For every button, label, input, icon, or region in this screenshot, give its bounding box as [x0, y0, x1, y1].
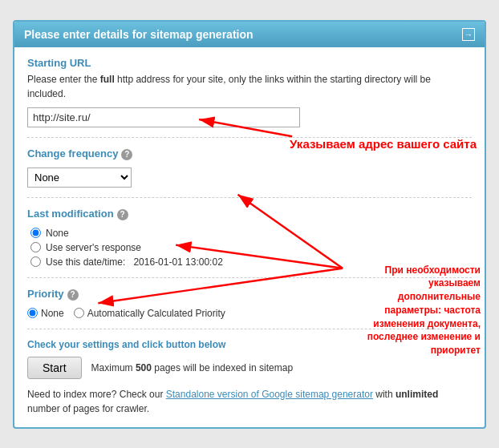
dialog: Please enter details for sitemap generat… [13, 20, 486, 429]
footer-prefix: Need to index more? Check our [27, 389, 166, 400]
footer-suffix-1: with [373, 389, 396, 400]
starting-url-description: Please enter the full http address for y… [27, 72, 472, 101]
change-frequency-title: Change frequency [27, 147, 118, 159]
footer-suffix-2: number of pages for crawler. [27, 403, 149, 414]
last-mod-server-radio[interactable] [30, 242, 41, 252]
last-modification-section: Last modification ? [27, 208, 472, 223]
last-mod-none-row: None [30, 228, 472, 239]
starting-url-title: Starting URL [27, 57, 472, 69]
priority-none-label[interactable]: None [27, 308, 64, 319]
priority-section: Priority ? [27, 288, 472, 303]
dialog-header: Please enter details for sitemap generat… [14, 22, 485, 47]
separator-3 [27, 277, 472, 278]
url-input[interactable] [27, 107, 300, 127]
footer-text: Need to index more? Check our Standalone… [27, 387, 472, 416]
separator-1 [27, 137, 472, 138]
max-pages-suffix: pages will be indexed in sitemap [152, 362, 293, 373]
description-prefix: Please enter the [27, 74, 100, 85]
priority-help-icon[interactable]: ? [67, 289, 79, 301]
last-mod-datetime-value: 2016-01-01 13:00:02 [133, 256, 222, 268]
separator-4 [27, 329, 472, 329]
last-modification-title: Last modification [27, 208, 114, 220]
priority-auto-label[interactable]: Automatically Calculated Priority [74, 308, 225, 319]
dialog-body: Starting URL Please enter the full http … [14, 47, 485, 427]
last-mod-custom-row: Use this date/time: 2016-01-01 13:00:02 [30, 256, 472, 268]
footer-unlimited: unlimited [396, 389, 438, 400]
check-settings-label: Check your settings and click button bel… [27, 339, 472, 350]
frequency-select-row: None Always Hourly Daily Weekly Monthly … [27, 167, 472, 188]
max-pages-prefix: Maximum [91, 362, 136, 373]
max-pages-number: 500 [136, 362, 152, 373]
last-mod-none-radio[interactable] [30, 228, 41, 238]
last-mod-custom-radio[interactable] [30, 256, 41, 267]
priority-auto-radio[interactable] [74, 308, 84, 318]
priority-none-text: None [41, 308, 64, 319]
separator-2 [27, 197, 472, 198]
priority-title: Priority [27, 288, 64, 300]
max-pages-text: Maximum 500 pages will be indexed in sit… [91, 362, 293, 373]
dialog-title: Please enter details for sitemap generat… [24, 28, 254, 41]
start-button[interactable]: Start [27, 357, 82, 379]
change-frequency-section: Change frequency ? [27, 147, 472, 163]
last-mod-server-row: Use server's response [30, 242, 472, 253]
change-frequency-help-icon[interactable]: ? [121, 149, 132, 160]
description-bold: full [100, 74, 115, 85]
frequency-select[interactable]: None Always Hourly Daily Weekly Monthly … [27, 167, 132, 188]
priority-auto-text: Automatically Calculated Priority [87, 308, 225, 319]
priority-options: None Automatically Calculated Priority [27, 308, 472, 319]
priority-none-radio[interactable] [27, 308, 38, 318]
expand-icon[interactable]: → [462, 28, 475, 41]
last-mod-custom-label: Use this date/time: [46, 256, 125, 268]
last-mod-server-label: Use server's response [46, 242, 141, 253]
standalone-link[interactable]: Standalone version of Google sitemap gen… [166, 389, 373, 400]
last-mod-none-label: None [46, 228, 69, 239]
last-modification-options: None Use server's response Use this date… [30, 228, 472, 268]
last-modification-help-icon[interactable]: ? [117, 209, 128, 220]
start-row: Start Maximum 500 pages will be indexed … [27, 357, 472, 379]
